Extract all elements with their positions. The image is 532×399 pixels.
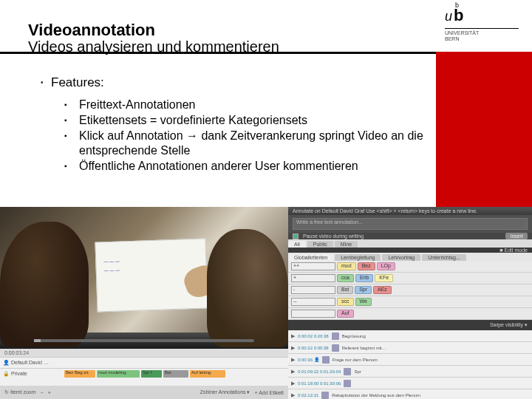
video-bottom-bar: ↻ Itemt zoom − + Zshiner Annotations ▾ +… xyxy=(0,386,288,399)
annotation-item[interactable]: ▶0:02:12:21Rekapitulation der Meldung au… xyxy=(288,389,532,399)
tag-row: -BstSprAEz xyxy=(288,284,532,296)
category-tab[interactable]: Globalkriterien xyxy=(288,254,333,261)
annotation-item[interactable]: ▶0:01:18:00 0:01:30:06 xyxy=(288,378,532,389)
tag[interactable]: mod xyxy=(337,262,356,270)
tag[interactable]: Erib xyxy=(355,274,373,282)
filter-tab[interactable]: All xyxy=(288,241,306,248)
tag[interactable]: cca xyxy=(337,274,354,282)
tag-row: ++modBezLOp xyxy=(288,261,532,273)
category-tab[interactable]: Unterrichtsg... xyxy=(422,254,466,261)
pause-checkbox[interactable] xyxy=(293,233,299,239)
filter-tab[interactable]: Public xyxy=(307,241,333,248)
filter-tab[interactable]: Mine xyxy=(335,241,358,248)
timecode: 0:00:03:24 xyxy=(0,349,288,357)
zoom-out-button[interactable]: − xyxy=(41,390,44,395)
app-screenshot: — — —— — — 0:00:03:24 👤 Default David …🔒… xyxy=(0,207,532,399)
slide-title: Videoannotation xyxy=(28,21,155,40)
tag[interactable]: Auf xyxy=(337,310,354,318)
annotation-filter[interactable]: Zshiner Annotations ▾ xyxy=(200,389,250,395)
edit-mode-toggle[interactable]: ■ Edit mode xyxy=(499,248,528,253)
tag[interactable]: scc xyxy=(337,298,354,306)
feature-item: ▪Öffentliche Annotationen anderer User k… xyxy=(64,159,425,174)
category-tab[interactable]: Lehrvortrag xyxy=(382,254,420,261)
pause-label: Pause video during writing xyxy=(303,233,364,239)
category-tab[interactable]: Lernbegleitung xyxy=(335,254,381,261)
progress-bar[interactable] xyxy=(34,339,254,342)
annotation-item[interactable]: ▶0:00:36 👤Frage nur dem Plenum xyxy=(288,354,532,366)
timeline-track[interactable]: 🔒 PrivateBez Beg.sit.mod modelingSpr fBs… xyxy=(0,368,288,379)
annotation-header: Annotate on Default David Graf Use <shif… xyxy=(288,207,532,215)
annotation-item[interactable]: ▶0:01:09:22 0:01:29:04Spr xyxy=(288,366,532,378)
logo-text-2: BERN xyxy=(445,36,519,42)
tag[interactable]: Bez xyxy=(358,262,375,270)
annotation-input[interactable]: Write a free text annotation... xyxy=(293,218,528,230)
annotation-panel: Annotate on Default David Graf Use <shif… xyxy=(288,207,532,399)
insert-button[interactable]: Insert xyxy=(505,233,528,239)
timeline-track[interactable]: 👤 Default David … xyxy=(0,357,288,368)
timeline: 0:00:03:24 👤 Default David …🔒 PrivateBez… xyxy=(0,349,288,386)
zoom-label: ↻ Itemt zoom xyxy=(4,389,36,395)
tag[interactable]: Bst xyxy=(337,286,353,294)
logo-u: u xyxy=(445,9,452,24)
tag[interactable]: LOp xyxy=(377,262,395,270)
feature-item: ▪Etikettensets = vordefinierte Kategorie… xyxy=(64,113,425,128)
zoom-in-button[interactable]: + xyxy=(48,390,51,395)
content-area: •Features: ▪Freittext-Annotationen▪Etike… xyxy=(41,75,425,174)
tag-row: --sccWe xyxy=(288,296,532,308)
tag[interactable]: We xyxy=(355,298,372,306)
tag-row: Auf xyxy=(288,308,532,320)
logo-b-super: b xyxy=(455,1,459,9)
tag[interactable]: AEz xyxy=(373,286,392,294)
annotation-item[interactable]: ▶0:00:22 0:00:38Referent beginnt mit… xyxy=(288,342,532,354)
tag-row: +ccaEribKFe xyxy=(288,273,532,284)
add-etikett-button[interactable]: + Add Etikett xyxy=(255,390,284,395)
features-heading: •Features: xyxy=(41,75,425,90)
logo-text-1: UNIVERSITÄT xyxy=(445,30,519,36)
video-player[interactable]: — — —— — — xyxy=(0,207,288,332)
visibility-dropdown[interactable]: Swipe visibility ▾ xyxy=(490,322,528,328)
tag[interactable]: Spr xyxy=(355,286,372,294)
tag[interactable]: KFe xyxy=(375,274,393,282)
university-logo: u b b UNIVERSITÄT BERN xyxy=(445,6,519,41)
slide-subtitle: Videos analysieren und kommentieren xyxy=(28,38,279,55)
feature-item: ▪Klick auf Annotation → dank Zeitveranke… xyxy=(64,129,425,158)
annotation-item[interactable]: ▶0:00:02 0:20:38Begrüssung xyxy=(288,330,532,342)
video-panel: — — —— — — 0:00:03:24 👤 Default David …🔒… xyxy=(0,207,288,399)
feature-item: ▪Freittext-Annotationen xyxy=(64,98,425,112)
